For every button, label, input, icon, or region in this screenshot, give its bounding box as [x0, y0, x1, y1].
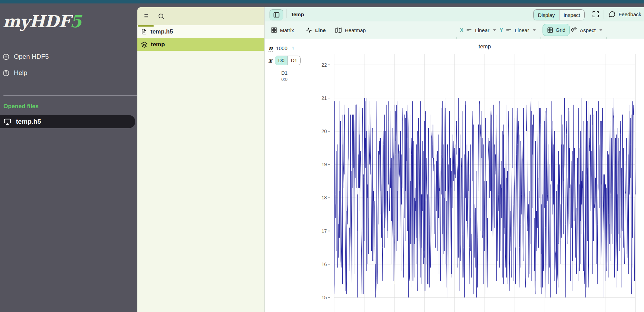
svg-text:18: 18	[321, 195, 327, 200]
svg-text:22: 22	[321, 62, 327, 68]
chevron-down-icon	[599, 29, 603, 31]
sparkles-icon	[570, 27, 577, 34]
y-scale-value: Linear	[515, 27, 529, 33]
toolbar-divider	[604, 10, 604, 19]
sidebar: myHDF5 Open HDF5 Help Opened files temp.…	[0, 3, 137, 312]
tab-heatmap-label: Heatmap	[345, 27, 366, 33]
logo-accent: 5	[70, 12, 81, 31]
tree-view-tab[interactable]	[137, 7, 153, 25]
y-axis-letter: Y	[500, 27, 503, 33]
app-logo: myHDF5	[3, 12, 81, 31]
tab-inspect[interactable]: Inspect	[559, 10, 584, 20]
monitor-icon	[4, 118, 11, 125]
line-activity-icon	[306, 27, 312, 34]
tree-item-dataset-selected[interactable]: temp	[137, 38, 264, 51]
speech-bubble-icon	[608, 11, 616, 18]
help-label: Help	[14, 69, 27, 77]
tab-heatmap[interactable]: Heatmap	[335, 21, 366, 39]
heatmap-map-icon	[335, 27, 342, 34]
feedback-button[interactable]: Feedback	[608, 7, 641, 21]
sidebar-toggle-icon	[273, 11, 280, 18]
visualization-panel: temp Display Inspect Feedback	[265, 7, 644, 312]
breadcrumb: temp	[292, 7, 304, 21]
file-icon	[141, 28, 147, 35]
plus-circle-icon	[3, 54, 9, 60]
feedback-label: Feedback	[618, 11, 641, 17]
logo-text: myHDF	[3, 12, 70, 31]
open-hdf5-button[interactable]: Open HDF5	[3, 53, 49, 60]
svg-text:16: 16	[321, 262, 327, 267]
tab-matrix-label: Matrix	[280, 27, 294, 33]
search-icon	[158, 13, 165, 20]
chevron-down-icon	[493, 29, 496, 31]
aspect-label: Aspect	[580, 27, 596, 33]
chevron-down-icon	[533, 29, 536, 31]
toolbar-divider	[286, 9, 286, 18]
open-hdf5-label: Open HDF5	[14, 53, 49, 60]
grid-toggle-button[interactable]: Grid	[543, 24, 570, 36]
grid-icon	[547, 27, 553, 33]
question-circle-icon	[3, 70, 9, 76]
fullscreen-button[interactable]	[592, 10, 601, 19]
x-scale-selector[interactable]: X Linear	[460, 21, 496, 39]
display-inspect-switch: Display Inspect	[533, 9, 585, 20]
tree-file-name: temp.h5	[150, 28, 173, 35]
sidebar-divider	[3, 95, 137, 96]
explorer-toolbar	[137, 7, 264, 25]
vis-toolbar: Matrix Line Heatmap	[265, 21, 644, 39]
scale-lines-icon	[506, 27, 512, 33]
tab-line[interactable]: Line	[306, 21, 326, 39]
fullscreen-icon	[592, 10, 600, 18]
svg-text:21: 21	[321, 95, 327, 101]
myhdf5-app: myHDF5 Open HDF5 Help Opened files temp.…	[0, 0, 644, 312]
x-axis-letter: X	[460, 27, 463, 33]
layers-icon	[141, 41, 147, 48]
sidebar-item-temp-h5[interactable]: temp.h5	[0, 115, 135, 128]
svg-text:19: 19	[321, 162, 327, 167]
matrix-grid-icon	[271, 27, 277, 33]
tab-line-label: Line	[315, 27, 326, 33]
vis-content: n 1000 1 x D0 D1 D1 0:0 temp 22212019181…	[265, 39, 644, 312]
svg-text:15: 15	[321, 295, 327, 300]
help-button[interactable]: Help	[3, 69, 27, 77]
file-explorer-panel: temp.h5 temp	[137, 7, 264, 312]
active-tab-underline	[138, 25, 154, 27]
toggle-explorer-button[interactable]	[270, 9, 283, 20]
breadcrumb-bar: temp Display Inspect Feedback	[265, 7, 644, 21]
aspect-selector[interactable]: Aspect	[570, 21, 603, 39]
tab-display[interactable]: Display	[534, 10, 559, 20]
y-scale-selector[interactable]: Y Linear	[500, 21, 536, 39]
tree-item-file[interactable]: temp.h5	[137, 25, 264, 38]
tab-matrix[interactable]: Matrix	[271, 21, 294, 39]
svg-text:17: 17	[321, 228, 327, 234]
search-tab[interactable]	[153, 7, 169, 25]
tree-dataset-name: temp	[151, 41, 165, 48]
line-chart[interactable]: 2221201918171615	[265, 39, 644, 312]
grid-label: Grid	[556, 27, 565, 33]
x-scale-value: Linear	[475, 27, 489, 33]
scale-lines-icon	[466, 27, 472, 33]
list-icon	[142, 13, 149, 20]
browser-top-strip	[0, 0, 644, 3]
svg-text:20: 20	[321, 129, 327, 134]
opened-file-name: temp.h5	[16, 118, 41, 125]
opened-files-heading: Opened files	[3, 103, 39, 110]
